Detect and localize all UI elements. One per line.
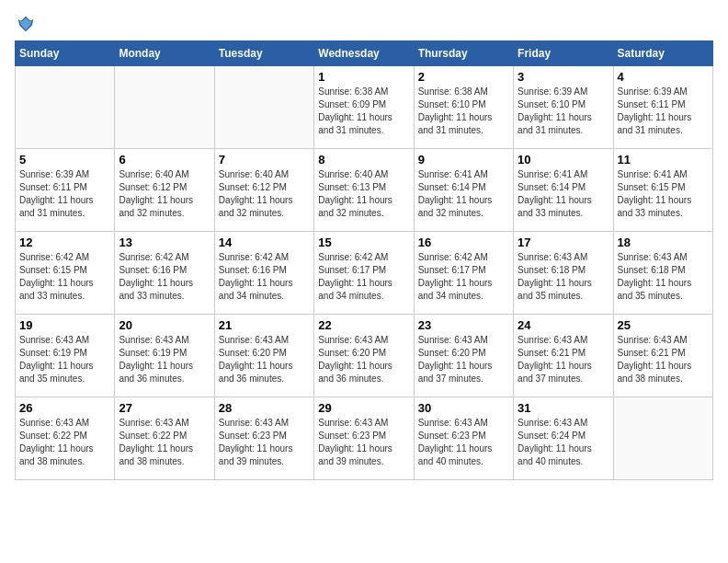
weekday-header: Saturday (613, 41, 712, 66)
calendar-cell (214, 66, 313, 149)
day-number: 9 (418, 153, 509, 167)
cell-info: Sunrise: 6:42 AMSunset: 6:16 PMDaylight:… (119, 251, 210, 303)
calendar-cell: 29Sunrise: 6:43 AMSunset: 6:23 PMDayligh… (314, 397, 414, 480)
day-number: 4 (618, 70, 709, 84)
calendar-cell (115, 66, 214, 149)
day-number: 22 (318, 318, 409, 332)
cell-info: Sunrise: 6:40 AMSunset: 6:12 PMDaylight:… (219, 168, 310, 220)
calendar-cell: 16Sunrise: 6:42 AMSunset: 6:17 PMDayligh… (414, 232, 513, 315)
day-number: 12 (19, 236, 110, 249)
calendar-header-row: SundayMondayTuesdayWednesdayThursdayFrid… (16, 41, 713, 66)
day-number: 8 (318, 153, 409, 167)
calendar-cell: 18Sunrise: 6:43 AMSunset: 6:18 PMDayligh… (613, 232, 712, 315)
calendar-cell: 27Sunrise: 6:43 AMSunset: 6:22 PMDayligh… (115, 397, 214, 480)
calendar-cell: 21Sunrise: 6:43 AMSunset: 6:20 PMDayligh… (214, 315, 313, 397)
cell-info: Sunrise: 6:41 AMSunset: 6:15 PMDaylight:… (618, 168, 709, 220)
calendar-cell: 20Sunrise: 6:43 AMSunset: 6:19 PMDayligh… (115, 315, 214, 397)
calendar-table: SundayMondayTuesdayWednesdayThursdayFrid… (15, 40, 713, 480)
cell-info: Sunrise: 6:43 AMSunset: 6:22 PMDaylight:… (19, 417, 110, 468)
calendar-cell: 3Sunrise: 6:39 AMSunset: 6:10 PMDaylight… (514, 66, 613, 149)
cell-info: Sunrise: 6:43 AMSunset: 6:18 PMDaylight:… (518, 251, 609, 303)
cell-info: Sunrise: 6:41 AMSunset: 6:14 PMDaylight:… (518, 168, 609, 220)
day-number: 2 (418, 70, 509, 84)
day-number: 17 (518, 236, 609, 249)
cell-info: Sunrise: 6:43 AMSunset: 6:20 PMDaylight:… (318, 334, 409, 385)
weekday-header: Wednesday (314, 41, 414, 66)
calendar-cell: 10Sunrise: 6:41 AMSunset: 6:14 PMDayligh… (514, 149, 613, 232)
day-number: 19 (19, 318, 110, 332)
calendar-cell (613, 397, 712, 480)
day-number: 25 (618, 318, 709, 332)
calendar-cell: 4Sunrise: 6:39 AMSunset: 6:11 PMDaylight… (613, 66, 712, 149)
cell-info: Sunrise: 6:39 AMSunset: 6:11 PMDaylight:… (19, 168, 110, 220)
day-number: 26 (19, 401, 110, 415)
calendar-cell: 19Sunrise: 6:43 AMSunset: 6:19 PMDayligh… (16, 315, 115, 397)
weekday-header: Monday (115, 41, 214, 66)
day-number: 21 (219, 318, 310, 332)
calendar-cell: 6Sunrise: 6:40 AMSunset: 6:12 PMDaylight… (115, 149, 214, 232)
day-number: 1 (318, 70, 409, 84)
cell-info: Sunrise: 6:43 AMSunset: 6:20 PMDaylight:… (418, 334, 509, 385)
calendar-cell: 1Sunrise: 6:38 AMSunset: 6:09 PMDaylight… (314, 66, 414, 149)
calendar-week-row: 12Sunrise: 6:42 AMSunset: 6:15 PMDayligh… (16, 232, 713, 315)
calendar-cell: 12Sunrise: 6:42 AMSunset: 6:15 PMDayligh… (16, 232, 115, 315)
calendar-cell: 8Sunrise: 6:40 AMSunset: 6:13 PMDaylight… (314, 149, 414, 232)
cell-info: Sunrise: 6:43 AMSunset: 6:23 PMDaylight:… (219, 417, 310, 468)
weekday-header: Sunday (16, 41, 115, 66)
logo (15, 15, 37, 33)
calendar-cell: 9Sunrise: 6:41 AMSunset: 6:14 PMDaylight… (414, 149, 513, 232)
cell-info: Sunrise: 6:43 AMSunset: 6:19 PMDaylight:… (19, 334, 110, 385)
calendar-week-row: 26Sunrise: 6:43 AMSunset: 6:22 PMDayligh… (16, 397, 713, 480)
calendar-cell: 31Sunrise: 6:43 AMSunset: 6:24 PMDayligh… (514, 397, 613, 480)
cell-info: Sunrise: 6:43 AMSunset: 6:23 PMDaylight:… (418, 417, 509, 468)
cell-info: Sunrise: 6:43 AMSunset: 6:20 PMDaylight:… (219, 334, 310, 385)
calendar-cell: 14Sunrise: 6:42 AMSunset: 6:16 PMDayligh… (214, 232, 313, 315)
day-number: 14 (219, 236, 310, 249)
calendar-cell: 24Sunrise: 6:43 AMSunset: 6:21 PMDayligh… (514, 315, 613, 397)
cell-info: Sunrise: 6:42 AMSunset: 6:16 PMDaylight:… (219, 251, 310, 303)
calendar-cell: 15Sunrise: 6:42 AMSunset: 6:17 PMDayligh… (314, 232, 414, 315)
day-number: 27 (119, 401, 210, 415)
calendar-cell: 13Sunrise: 6:42 AMSunset: 6:16 PMDayligh… (115, 232, 214, 315)
calendar-week-row: 1Sunrise: 6:38 AMSunset: 6:09 PMDaylight… (16, 66, 713, 149)
day-number: 29 (318, 401, 409, 415)
day-number: 23 (418, 318, 509, 332)
cell-info: Sunrise: 6:39 AMSunset: 6:10 PMDaylight:… (518, 86, 609, 137)
calendar-cell: 5Sunrise: 6:39 AMSunset: 6:11 PMDaylight… (16, 149, 115, 232)
day-number: 18 (618, 236, 709, 249)
day-number: 31 (518, 401, 609, 415)
cell-info: Sunrise: 6:43 AMSunset: 6:21 PMDaylight:… (518, 334, 609, 385)
day-number: 24 (518, 318, 609, 332)
day-number: 20 (119, 318, 210, 332)
cell-info: Sunrise: 6:43 AMSunset: 6:21 PMDaylight:… (618, 334, 709, 385)
day-number: 16 (418, 236, 509, 249)
day-number: 6 (119, 153, 210, 167)
cell-info: Sunrise: 6:39 AMSunset: 6:11 PMDaylight:… (618, 86, 709, 137)
day-number: 10 (518, 153, 609, 167)
cell-info: Sunrise: 6:42 AMSunset: 6:17 PMDaylight:… (418, 251, 509, 303)
calendar-cell (16, 66, 115, 149)
calendar-cell: 22Sunrise: 6:43 AMSunset: 6:20 PMDayligh… (314, 315, 414, 397)
weekday-header: Friday (514, 41, 613, 66)
cell-info: Sunrise: 6:43 AMSunset: 6:22 PMDaylight:… (119, 417, 210, 468)
calendar-cell: 7Sunrise: 6:40 AMSunset: 6:12 PMDaylight… (214, 149, 313, 232)
day-number: 5 (19, 153, 110, 167)
day-number: 28 (219, 401, 310, 415)
logo-icon (17, 15, 35, 33)
calendar-cell: 30Sunrise: 6:43 AMSunset: 6:23 PMDayligh… (414, 397, 513, 480)
cell-info: Sunrise: 6:38 AMSunset: 6:09 PMDaylight:… (318, 86, 409, 137)
calendar-cell: 25Sunrise: 6:43 AMSunset: 6:21 PMDayligh… (613, 315, 712, 397)
cell-info: Sunrise: 6:40 AMSunset: 6:12 PMDaylight:… (119, 168, 210, 220)
page-header (15, 15, 713, 33)
cell-info: Sunrise: 6:40 AMSunset: 6:13 PMDaylight:… (318, 168, 409, 220)
calendar-cell: 11Sunrise: 6:41 AMSunset: 6:15 PMDayligh… (613, 149, 712, 232)
calendar-cell: 28Sunrise: 6:43 AMSunset: 6:23 PMDayligh… (214, 397, 313, 480)
cell-info: Sunrise: 6:43 AMSunset: 6:24 PMDaylight:… (518, 417, 609, 468)
weekday-header: Tuesday (214, 41, 313, 66)
day-number: 11 (618, 153, 709, 167)
calendar-week-row: 5Sunrise: 6:39 AMSunset: 6:11 PMDaylight… (16, 149, 713, 232)
cell-info: Sunrise: 6:41 AMSunset: 6:14 PMDaylight:… (418, 168, 509, 220)
cell-info: Sunrise: 6:43 AMSunset: 6:18 PMDaylight:… (618, 251, 709, 303)
cell-info: Sunrise: 6:43 AMSunset: 6:19 PMDaylight:… (119, 334, 210, 385)
cell-info: Sunrise: 6:42 AMSunset: 6:15 PMDaylight:… (19, 251, 110, 303)
